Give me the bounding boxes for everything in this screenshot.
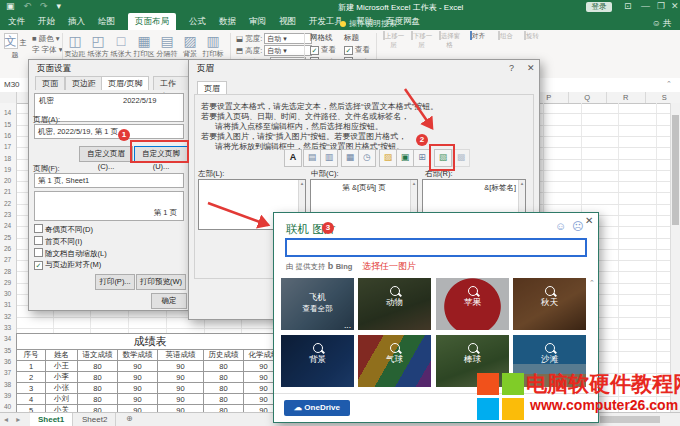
headings-view-checkbox[interactable]: ✓ 查看 xyxy=(344,45,370,55)
row-header[interactable]: 36 xyxy=(0,356,15,367)
row-header[interactable]: 22 xyxy=(0,198,15,209)
redo-icon[interactable]: ↷ xyxy=(40,1,48,11)
minimize-icon[interactable]: — xyxy=(641,1,650,11)
image-tile-autumn[interactable]: 秋天 xyxy=(513,278,586,330)
row-header[interactable]: 32 xyxy=(0,311,15,322)
select-all-corner[interactable] xyxy=(0,92,17,103)
odd-even-checkbox[interactable]: 奇偶页不同(D) xyxy=(34,224,93,235)
formula-bar-collapse-icon[interactable]: ⌃ xyxy=(666,80,672,88)
feedback-frown-icon[interactable]: ☹ xyxy=(572,220,583,233)
close-icon[interactable]: ✕ xyxy=(585,215,593,226)
format-text-button[interactable]: A xyxy=(284,149,302,167)
row-header[interactable]: 40 xyxy=(0,401,15,412)
row-header[interactable]: 20 xyxy=(0,175,15,186)
row-header[interactable]: 21 xyxy=(0,186,15,197)
tab-page[interactable]: 页面 xyxy=(35,76,65,90)
insert-time-button[interactable]: ◷ xyxy=(358,149,376,167)
print-preview-button[interactable]: 打印预览(W) xyxy=(136,274,186,290)
sheet-tab-sheet2[interactable]: Sheet2 xyxy=(74,413,116,426)
insert-date-button[interactable]: ▦ xyxy=(341,149,359,167)
breaks-button[interactable]: ▤分隔符 xyxy=(156,33,178,59)
header-dropdown[interactable]: 机密, 2022/5/19, 第 1 页 xyxy=(34,124,184,139)
tab-review[interactable]: 审阅 xyxy=(249,16,266,28)
tab-header[interactable]: 页眉 xyxy=(197,81,227,95)
row-header[interactable]: 31 xyxy=(0,299,15,310)
row-header[interactable]: 33 xyxy=(0,322,15,333)
column-header-q[interactable]: Q xyxy=(569,92,608,103)
row-header[interactable]: 14 xyxy=(0,107,15,118)
row-header[interactable]: 39 xyxy=(0,390,15,401)
insert-page-number-button[interactable]: ▤ xyxy=(303,149,321,167)
row-header[interactable]: 23 xyxy=(0,209,15,220)
new-sheet-icon[interactable]: ⊕ xyxy=(126,414,133,423)
image-tile-apple[interactable]: 苹果 xyxy=(436,278,509,330)
align-margins-checkbox[interactable]: ✓ 与页边距对齐(M) xyxy=(34,260,101,270)
align-button[interactable]: 对齐 xyxy=(464,32,491,41)
help-icon[interactable]: ? xyxy=(509,63,514,73)
customize-qat-icon[interactable]: ▾ xyxy=(57,1,62,11)
insert-file-path-button[interactable]: ▨ xyxy=(379,149,397,167)
print-button[interactable]: 打印(P)... xyxy=(95,274,135,290)
first-page-checkbox[interactable]: 首页不同(I) xyxy=(34,236,82,247)
tab-formulas[interactable]: 公式 xyxy=(189,16,206,28)
row-header[interactable]: 15 xyxy=(0,119,15,130)
row-header[interactable]: 27 xyxy=(0,254,15,265)
tab-draw[interactable]: 绘图 xyxy=(98,16,115,28)
feedback-smile-icon[interactable]: ☺ xyxy=(555,220,566,232)
image-search-input[interactable] xyxy=(285,238,587,257)
scale-height-field[interactable]: ⬒ 高度: 自动 ▾ xyxy=(236,45,312,56)
background-button[interactable]: ▨背景 xyxy=(179,33,201,59)
restore-icon[interactable]: ❐ xyxy=(657,1,665,11)
margins-button[interactable]: ◫页边距 xyxy=(64,33,86,59)
tab-page-layout[interactable]: 页面布局 xyxy=(128,13,176,31)
tab-insert[interactable]: 插入 xyxy=(68,16,85,28)
theme-colors-button[interactable]: ■ 颜色 ▾ xyxy=(32,34,59,44)
ribbon-display-icon[interactable]: ⊡ xyxy=(624,1,632,11)
row-header[interactable]: 30 xyxy=(0,288,15,299)
column-header-s[interactable]: S xyxy=(646,92,680,103)
row-header[interactable]: 26 xyxy=(0,243,15,254)
row-header[interactable]: 38 xyxy=(0,379,15,390)
image-tile-background[interactable]: 背景 xyxy=(281,335,354,387)
tell-me-search[interactable]: 操作说明搜索 xyxy=(340,18,397,29)
theme-fonts-button[interactable]: 字 字体 ▾ xyxy=(32,45,62,55)
close-icon[interactable]: ✕ xyxy=(671,1,679,11)
row-header[interactable]: 16 xyxy=(0,130,15,141)
save-icon[interactable]: ▣ xyxy=(6,1,15,11)
tab-margins[interactable]: 页边距 xyxy=(65,76,103,90)
row-header[interactable]: 19 xyxy=(0,164,15,175)
tab-header-footer[interactable]: 页眉/页脚 xyxy=(101,76,149,90)
scrollbar-thumb[interactable] xyxy=(672,115,679,225)
scale-with-doc-checkbox[interactable]: 随文档自动缩放(L) xyxy=(34,248,107,259)
close-icon[interactable]: ✕ xyxy=(527,63,535,73)
tab-home[interactable]: 开始 xyxy=(38,16,55,28)
insert-page-count-button[interactable]: ▥ xyxy=(320,149,338,167)
column-header-r[interactable]: R xyxy=(607,92,646,103)
scale-width-field[interactable]: ⬓ 宽度: 自动 ▾ xyxy=(236,33,312,44)
tab-file[interactable]: 文件 xyxy=(8,16,25,28)
tab-sheet[interactable]: 工作表 xyxy=(153,76,189,90)
ok-button[interactable]: 确定 xyxy=(151,293,187,309)
themes-button[interactable]: 文 主题 xyxy=(2,32,28,60)
row-header[interactable]: 37 xyxy=(0,367,15,378)
row-header[interactable]: 28 xyxy=(0,266,15,277)
custom-header-button[interactable]: 自定义页眉(C)... xyxy=(79,146,133,162)
row-header[interactable]: 17 xyxy=(0,141,15,152)
onedrive-button[interactable]: ☁ OneDrive xyxy=(284,400,350,416)
image-tile-airplane[interactable]: 飞机 查看全部 ... xyxy=(281,278,354,330)
image-tile-balloons[interactable]: 气球 xyxy=(358,335,431,387)
tab-developer[interactable]: 开发工具 xyxy=(309,16,343,28)
row-header[interactable]: 18 xyxy=(0,153,15,164)
image-tile-animals[interactable]: 动物 xyxy=(358,278,431,330)
undo-icon[interactable]: ↶ xyxy=(24,1,32,11)
signin-button[interactable]: 登录 xyxy=(586,2,612,12)
row-header[interactable]: 25 xyxy=(0,232,15,243)
sheet-tab-sheet1[interactable]: Sheet1 xyxy=(30,413,73,426)
insert-file-name-button[interactable]: ▣ xyxy=(396,149,414,167)
row-header[interactable]: 35 xyxy=(0,345,15,356)
gridlines-view-checkbox[interactable]: ✓ 查看 xyxy=(310,45,336,55)
sheet-nav-arrows[interactable]: ◂ ▸ xyxy=(4,415,23,424)
tab-data[interactable]: 数据 xyxy=(219,16,236,28)
tab-view[interactable]: 视图 xyxy=(279,16,296,28)
row-header[interactable]: 24 xyxy=(0,220,15,231)
